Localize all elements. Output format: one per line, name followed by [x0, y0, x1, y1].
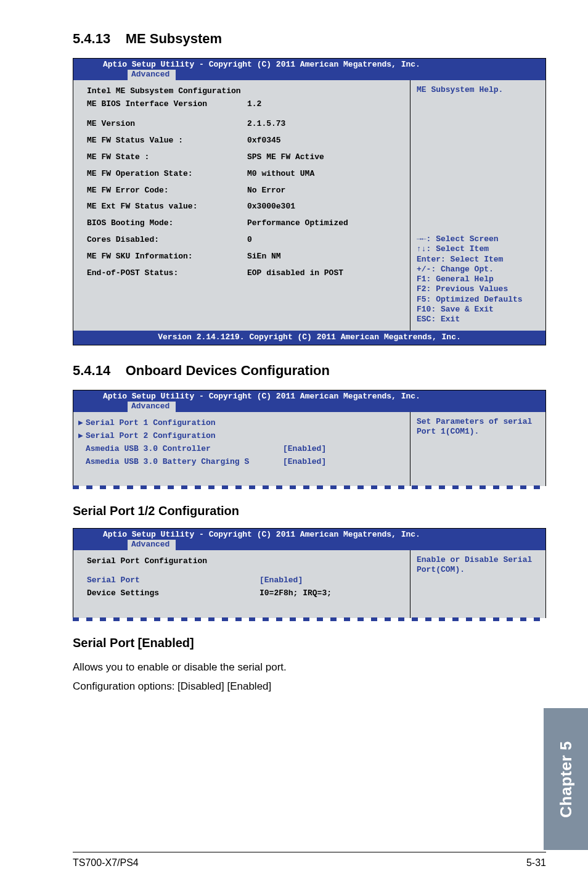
bios-nav-hint: ESC: Exit	[417, 315, 539, 324]
footer-page-number: 5-31	[526, 857, 546, 868]
bios-field-label: Device Settings	[87, 589, 259, 598]
bios-menu-item[interactable]: Asmedia USB 3.0 Controller	[86, 445, 283, 454]
bios-field-label: ME FW Error Code:	[87, 186, 247, 196]
bios-field-label: ME FW Status Value :	[87, 136, 247, 146]
bios-nav-hint: F5: Optimized Defaults	[417, 295, 539, 305]
bios-tab-advanced[interactable]: Advanced	[128, 402, 176, 412]
bios-field-label: Cores Disabled:	[87, 236, 247, 245]
bios-tab-advanced[interactable]: Advanced	[128, 540, 176, 550]
bios-menu-item[interactable]: Serial Port 1 Configuration	[86, 419, 283, 428]
bios-field-value: 1.2	[247, 100, 402, 109]
triangle-right-icon: ▶	[78, 432, 86, 441]
chapter-tab: Chapter 5	[544, 708, 588, 850]
bios-field-value: No Error	[247, 186, 402, 196]
bios-menu-item[interactable]: Serial Port 2 Configuration	[86, 432, 283, 441]
bios-field-value: Performance Optimized	[247, 219, 402, 228]
page-footer: TS700-X7/PS4 5-31	[73, 852, 546, 868]
section-heading-onboard-devices: 5.4.14 Onboard Devices Configuration	[73, 363, 546, 379]
bios-field-value: 0	[247, 236, 402, 245]
section-number: 5.4.14	[73, 363, 110, 378]
bios-field-value: 0xf0345	[247, 136, 402, 146]
bios-field-value: EOP disabled in POST	[247, 269, 402, 278]
bios-nav-hint: ↑↓: Select Item	[417, 244, 539, 254]
bios-help-text: Port 1(COM1).	[417, 427, 539, 437]
chapter-label: Chapter 5	[557, 741, 576, 817]
bios-heading: Intel ME Subsystem Configuration	[87, 87, 247, 96]
bios-field-value: M0 without UMA	[247, 170, 402, 179]
bios-field-label: ME FW Operation State:	[87, 170, 247, 179]
bios-nav-hint: Enter: Select Item	[417, 255, 539, 265]
bios-screen-serial-port: Aptio Setup Utility - Copyright (C) 2011…	[73, 528, 546, 618]
bios-screen-me-subsystem: Aptio Setup Utility - Copyright (C) 2011…	[73, 58, 546, 345]
bios-heading: Serial Port Configuration	[87, 557, 284, 566]
bios-field-value: 0x3000e301	[247, 202, 402, 212]
bios-field-value: I0=2F8h; IRQ=3;	[259, 589, 402, 598]
triangle-right-icon: ▶	[78, 419, 86, 428]
bios-tab-advanced[interactable]: Advanced	[128, 70, 176, 80]
section-number: 5.4.13	[73, 31, 110, 46]
subsection-serial-port-enabled: Serial Port [Enabled]	[73, 636, 546, 650]
bios-field-value: 2.1.5.73	[247, 120, 402, 129]
bios-field-label: ME Version	[87, 120, 247, 129]
section-heading-me-subsystem: 5.4.13 ME Subsystem	[73, 31, 546, 47]
bios-field-label[interactable]: Serial Port	[87, 576, 259, 585]
section-title: ME Subsystem	[126, 31, 223, 46]
bios-footer: Version 2.14.1219. Copyright (C) 2011 Am…	[73, 331, 545, 345]
bios-field-label: ME BIOS Interface Version	[87, 100, 247, 109]
bios-field-label: ME FW State :	[87, 153, 247, 162]
bios-field-value: [Enabled]	[259, 576, 402, 585]
bios-titlebar: Aptio Setup Utility - Copyright (C) 2011…	[73, 59, 545, 80]
bios-titlebar: Aptio Setup Utility - Copyright (C) 2011…	[73, 390, 545, 412]
bios-field-label: End-of-POST Status:	[87, 269, 247, 278]
bios-menu-item[interactable]: Asmedia USB 3.0 Battery Charging S	[86, 458, 283, 467]
bios-field-value: SiEn NM	[247, 252, 402, 262]
bios-title-text: Aptio Setup Utility - Copyright (C) 2011…	[78, 530, 541, 540]
bios-nav-hint: F10: Save & Exit	[417, 305, 539, 315]
bios-field-value: SPS ME FW Active	[247, 153, 402, 162]
bios-titlebar: Aptio Setup Utility - Copyright (C) 2011…	[73, 529, 545, 550]
bios-field-value: [Enabled]	[283, 445, 402, 454]
section-title: Onboard Devices Configuration	[126, 363, 330, 378]
bios-nav-hint: →←: Select Screen	[417, 234, 539, 244]
subsection-serial-port-config: Serial Port 1/2 Configuration	[73, 504, 546, 518]
bios-help-text: Enable or Disable Serial	[417, 555, 539, 565]
bios-field-value: [Enabled]	[283, 458, 402, 467]
bios-title-text: Aptio Setup Utility - Copyright (C) 2011…	[78, 392, 541, 402]
body-paragraph: Configuration options: [Disabled] [Enabl…	[73, 679, 546, 695]
footer-model: TS700-X7/PS4	[73, 857, 139, 868]
body-paragraph: Allows you to enable or disable the seri…	[73, 660, 546, 675]
bios-help-text: Set Parameters of serial	[417, 417, 539, 427]
bios-help-text: ME Subsystem Help.	[417, 85, 539, 95]
bios-field-label: ME Ext FW Status value:	[87, 202, 247, 212]
bios-title-text: Aptio Setup Utility - Copyright (C) 2011…	[78, 60, 541, 70]
bios-nav-hint: +/-: Change Opt.	[417, 265, 539, 274]
bios-field-label: ME FW SKU Information:	[87, 252, 247, 262]
bios-screen-onboard-devices: Aptio Setup Utility - Copyright (C) 2011…	[73, 390, 546, 486]
bios-nav-hint: F1: General Help	[417, 274, 539, 284]
bios-field-label: BIOS Booting Mode:	[87, 219, 247, 228]
bios-help-text: Port(COM).	[417, 565, 539, 575]
bios-nav-hint: F2: Previous Values	[417, 284, 539, 294]
